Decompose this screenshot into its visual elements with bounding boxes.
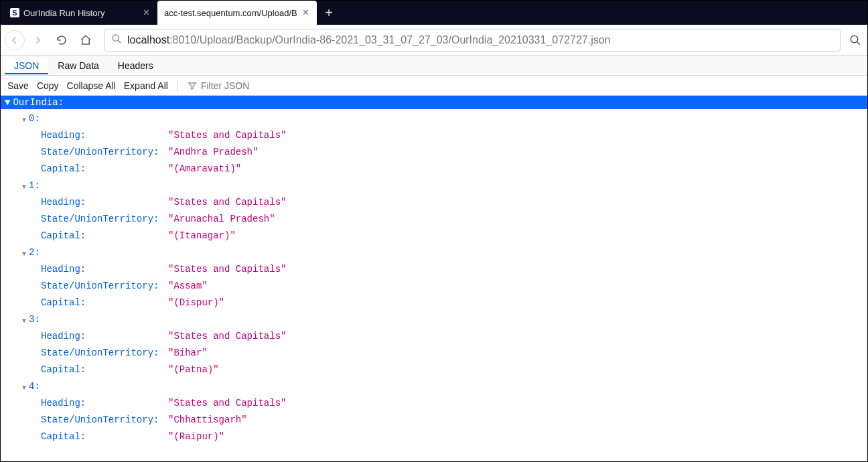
json-tree: ▼0:Heading:"States and Capitals"State/Un… xyxy=(1,109,867,452)
json-key: Capital: xyxy=(41,161,168,177)
chevron-down-icon: ▼ xyxy=(19,313,29,329)
reload-button[interactable] xyxy=(50,29,73,52)
json-kv-row[interactable]: Heading:"States and Capitals" xyxy=(1,127,867,144)
json-array-index-row[interactable]: ▼3: xyxy=(1,311,867,328)
json-index-key: 0: xyxy=(29,110,40,127)
chevron-down-icon: ▼ xyxy=(19,112,29,129)
json-kv-row[interactable]: Heading:"States and Capitals" xyxy=(1,261,867,278)
viewer-tab-raw[interactable]: Raw Data xyxy=(48,58,108,73)
json-value: "States and Capitals" xyxy=(168,194,286,211)
json-value: "(Amaravati)" xyxy=(168,161,241,177)
search-button[interactable] xyxy=(847,29,863,52)
separator xyxy=(177,80,178,92)
tab-favicon-icon: S xyxy=(10,8,19,17)
json-key: State/UnionTerritory: xyxy=(41,211,168,228)
json-array-index-row[interactable]: ▼4: xyxy=(1,378,867,395)
json-root-row[interactable]: ▼ OurIndia: xyxy=(1,96,867,109)
search-icon xyxy=(849,34,861,46)
json-key: Heading: xyxy=(41,194,168,211)
filter-wrap xyxy=(188,80,281,91)
json-kv-row[interactable]: State/UnionTerritory:"Chhattisgarh" xyxy=(1,412,867,429)
json-index-key: 1: xyxy=(29,177,40,194)
viewer-tab-headers[interactable]: Headers xyxy=(108,58,163,73)
json-kv-row[interactable]: Heading:"States and Capitals" xyxy=(1,328,867,345)
viewer-tabs: JSON Raw Data Headers xyxy=(1,56,867,76)
json-kv-row[interactable]: Capital:"(Patna)" xyxy=(1,362,867,378)
url-bar[interactable]: localhost:8010/Upload/Backup/OurIndia-86… xyxy=(104,29,841,52)
json-value: "Assam" xyxy=(168,278,208,295)
funnel-icon xyxy=(188,81,197,90)
json-key: State/UnionTerritory: xyxy=(41,345,168,362)
arrow-right-icon xyxy=(31,34,44,46)
url-path: :8010/Upload/Backup/OurIndia-86-2021_03_… xyxy=(169,34,610,46)
copy-button[interactable]: Copy xyxy=(37,80,59,91)
new-tab-button[interactable]: + xyxy=(317,1,341,25)
json-index-key: 3: xyxy=(29,311,40,328)
json-array-index-row[interactable]: ▼2: xyxy=(1,244,867,261)
svg-point-1 xyxy=(851,35,858,43)
close-icon[interactable]: × xyxy=(301,7,310,18)
search-icon xyxy=(111,33,122,47)
viewer-tab-json[interactable]: JSON xyxy=(5,58,48,74)
json-kv-row[interactable]: Capital:"(Raipur)" xyxy=(1,429,867,445)
json-key: State/UnionTerritory: xyxy=(41,144,168,161)
save-button[interactable]: Save xyxy=(7,80,29,91)
json-value: "Bihar" xyxy=(168,345,208,362)
json-value: "(Itanagar)" xyxy=(168,228,236,244)
json-kv-row[interactable]: State/UnionTerritory:"Bihar" xyxy=(1,345,867,362)
home-icon xyxy=(80,34,92,46)
json-key: State/UnionTerritory: xyxy=(41,278,168,295)
url-host: localhost xyxy=(127,34,169,46)
json-kv-row[interactable]: Heading:"States and Capitals" xyxy=(1,395,867,412)
home-button[interactable] xyxy=(74,29,97,52)
arrow-left-icon xyxy=(9,34,21,46)
json-key: Heading: xyxy=(41,328,168,345)
tab-strip: S OurIndia Run History × acc-test.sequen… xyxy=(1,1,867,25)
json-key: Capital: xyxy=(41,228,168,244)
json-value: "(Raipur)" xyxy=(168,429,224,445)
close-icon[interactable]: × xyxy=(142,7,151,18)
json-key: State/UnionTerritory: xyxy=(41,412,168,429)
json-kv-row[interactable]: Capital:"(Amaravati)" xyxy=(1,161,867,177)
json-value: "Arunachal Pradesh" xyxy=(168,211,275,228)
json-key: Capital: xyxy=(41,295,168,311)
json-root-key: OurIndia: xyxy=(13,97,64,108)
json-key: Heading: xyxy=(41,261,168,278)
json-array-index-row[interactable]: ▼0: xyxy=(1,110,867,127)
forward-button[interactable] xyxy=(26,29,49,52)
json-kv-row[interactable]: State/UnionTerritory:"Andhra Pradesh" xyxy=(1,144,867,161)
json-value: "(Dispur)" xyxy=(168,295,224,311)
json-value: "States and Capitals" xyxy=(168,261,286,278)
json-kv-row[interactable]: Capital:"(Dispur)" xyxy=(1,295,867,311)
json-value: "States and Capitals" xyxy=(168,328,286,345)
json-index-key: 4: xyxy=(29,378,40,395)
collapse-all-button[interactable]: Collapse All xyxy=(67,80,116,91)
json-value: "Andhra Pradesh" xyxy=(168,144,258,161)
json-key: Heading: xyxy=(41,395,168,412)
filter-input[interactable] xyxy=(201,80,281,91)
json-value: "(Patna)" xyxy=(168,362,219,378)
json-kv-row[interactable]: Capital:"(Itanagar)" xyxy=(1,228,867,244)
nav-bar: localhost:8010/Upload/Backup/OurIndia-86… xyxy=(1,25,867,56)
json-key: Heading: xyxy=(41,127,168,144)
chevron-down-icon: ▼ xyxy=(19,246,29,262)
chevron-down-icon: ▼ xyxy=(19,380,29,396)
tab-title: OurIndia Run History xyxy=(23,8,138,18)
json-index-key: 2: xyxy=(29,244,40,261)
back-button[interactable] xyxy=(5,30,25,50)
chevron-down-icon: ▼ xyxy=(5,97,10,108)
json-value: "States and Capitals" xyxy=(168,395,286,412)
tab-title: acc-test.sequentum.com/Upload/B xyxy=(164,8,297,18)
url-text: localhost:8010/Upload/Backup/OurIndia-86… xyxy=(127,34,610,46)
tab-upload-json[interactable]: acc-test.sequentum.com/Upload/B × xyxy=(157,1,317,25)
json-kv-row[interactable]: Heading:"States and Capitals" xyxy=(1,194,867,211)
svg-point-0 xyxy=(113,35,119,41)
tab-ourindia-history[interactable]: S OurIndia Run History × xyxy=(3,1,157,25)
json-value: "States and Capitals" xyxy=(168,127,286,144)
json-kv-row[interactable]: State/UnionTerritory:"Arunachal Pradesh" xyxy=(1,211,867,228)
expand-all-button[interactable]: Expand All xyxy=(124,80,168,91)
json-array-index-row[interactable]: ▼1: xyxy=(1,177,867,194)
json-key: Capital: xyxy=(41,362,168,378)
json-value: "Chhattisgarh" xyxy=(168,412,247,429)
json-kv-row[interactable]: State/UnionTerritory:"Assam" xyxy=(1,278,867,295)
